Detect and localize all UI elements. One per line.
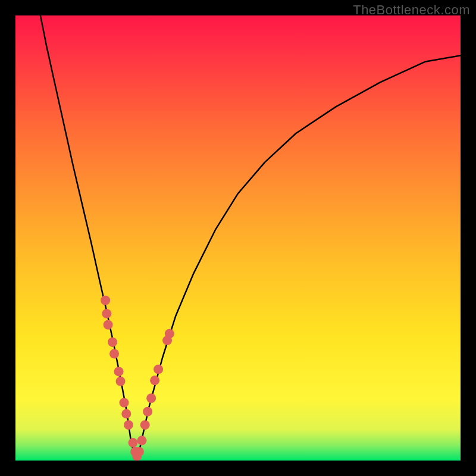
data-marker (102, 309, 111, 318)
data-marker (124, 420, 133, 430)
gradient-background (15, 15, 461, 461)
data-marker (101, 296, 110, 305)
data-marker (114, 367, 124, 376)
data-marker (134, 447, 144, 456)
chart-plot-area (15, 15, 461, 461)
data-marker (154, 365, 163, 374)
data-marker (137, 436, 146, 445)
data-marker (140, 420, 150, 430)
data-marker (146, 393, 156, 403)
data-marker (150, 375, 159, 385)
data-marker (116, 377, 126, 386)
data-marker (128, 438, 137, 447)
data-marker (121, 409, 131, 418)
bottleneck-chart (15, 15, 461, 461)
image-frame: TheBottleneck.com (0, 0, 476, 476)
data-marker (143, 407, 152, 416)
data-marker (109, 349, 119, 358)
data-marker (165, 329, 174, 339)
data-marker (108, 337, 117, 347)
watermark-text: TheBottleneck.com (353, 2, 470, 18)
data-marker (120, 398, 129, 408)
data-marker (104, 320, 113, 330)
